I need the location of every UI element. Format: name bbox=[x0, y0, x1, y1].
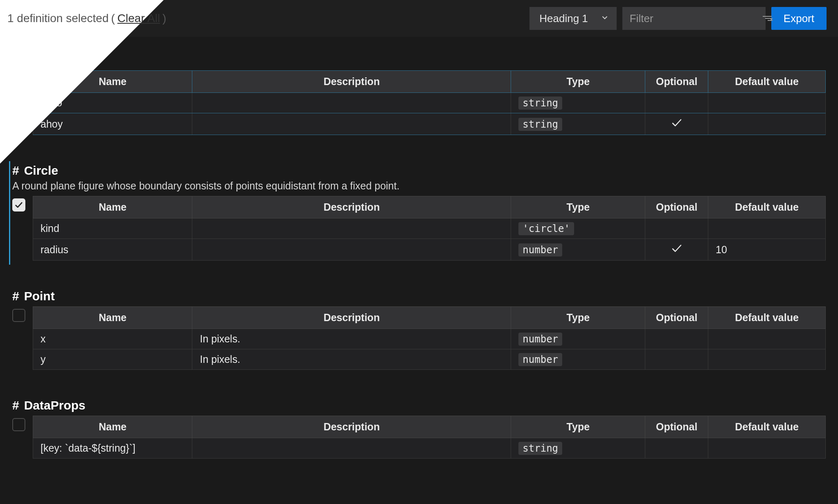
col-header-default: Default value bbox=[708, 196, 826, 218]
cell-description bbox=[192, 218, 511, 239]
cell-description bbox=[192, 239, 511, 261]
col-header-default: Default value bbox=[708, 71, 826, 93]
section-description: A round plane figure whose boundary cons… bbox=[12, 180, 826, 192]
clear-all-link[interactable]: Clear All bbox=[117, 12, 160, 25]
properties-table: NameDescriptionTypeOptionalDefault value… bbox=[33, 196, 826, 261]
section-heading: #Circle bbox=[12, 164, 826, 178]
col-header-description: Description bbox=[192, 307, 511, 329]
section-dataprops: #DataPropsNameDescriptionTypeOptionalDef… bbox=[12, 398, 826, 459]
properties-table: NameDescriptionTypeOptionalDefault value… bbox=[33, 70, 826, 135]
section-select-checkbox[interactable] bbox=[12, 418, 25, 431]
cell-optional bbox=[645, 329, 708, 349]
export-label: Export bbox=[784, 12, 814, 25]
table-row: kind'circle' bbox=[33, 218, 826, 239]
cell-name: ahoy bbox=[33, 113, 192, 135]
table-row: hellostring bbox=[33, 93, 826, 113]
section-greeting: #GreetingNameDescriptionTypeOptionalDefa… bbox=[12, 53, 826, 135]
cell-type: number bbox=[511, 239, 645, 261]
cell-name: kind bbox=[33, 218, 192, 239]
export-button[interactable]: Export bbox=[771, 7, 827, 30]
filter-box[interactable]: ✕ bbox=[622, 7, 766, 30]
table-row: [key: `data-${string}`]string bbox=[33, 438, 826, 459]
heading-level-label: Heading 1 bbox=[539, 12, 588, 25]
cell-default bbox=[708, 349, 826, 370]
chevron-down-icon bbox=[600, 12, 609, 25]
section-heading: #Point bbox=[12, 289, 826, 303]
section-select-checkbox[interactable] bbox=[12, 309, 25, 322]
section-body: NameDescriptionTypeOptionalDefault value… bbox=[12, 196, 826, 261]
col-header-optional: Optional bbox=[645, 71, 708, 93]
cell-name: [key: `data-${string}`] bbox=[33, 438, 192, 459]
cell-default bbox=[708, 218, 826, 239]
section-body: NameDescriptionTypeOptionalDefault value… bbox=[12, 70, 826, 135]
section-title: Point bbox=[24, 289, 55, 303]
cell-type: 'circle' bbox=[511, 218, 645, 239]
cell-default: 10 bbox=[708, 239, 826, 261]
table-row: yIn pixels.number bbox=[33, 349, 826, 370]
selection-status: 1 definition selected (Clear All) bbox=[7, 12, 166, 25]
cell-name: y bbox=[33, 349, 192, 370]
filter-clear-icon[interactable]: ✕ bbox=[763, 16, 772, 21]
section-select-checkbox[interactable] bbox=[12, 73, 25, 86]
col-header-optional: Optional bbox=[645, 307, 708, 329]
col-header-description: Description bbox=[192, 196, 511, 218]
cell-name: hello bbox=[33, 93, 192, 113]
col-header-name: Name bbox=[33, 307, 192, 329]
check-icon bbox=[653, 242, 701, 254]
col-header-type: Type bbox=[511, 307, 645, 329]
hash-icon: # bbox=[12, 398, 19, 412]
cell-default bbox=[708, 329, 826, 349]
section-circle: #CircleA round plane figure whose bounda… bbox=[12, 164, 826, 261]
col-header-optional: Optional bbox=[645, 416, 708, 438]
section-point: #PointNameDescriptionTypeOptionalDefault… bbox=[12, 289, 826, 370]
toolbar: 1 definition selected (Clear All) Headin… bbox=[0, 0, 838, 37]
col-header-name: Name bbox=[33, 416, 192, 438]
col-header-description: Description bbox=[192, 71, 511, 93]
cell-optional bbox=[645, 438, 708, 459]
paren-open: ( bbox=[111, 12, 115, 25]
table-row: xIn pixels.number bbox=[33, 329, 826, 349]
cell-default bbox=[708, 113, 826, 135]
col-header-default: Default value bbox=[708, 307, 826, 329]
section-body: NameDescriptionTypeOptionalDefault value… bbox=[12, 416, 826, 459]
hash-icon: # bbox=[12, 53, 19, 67]
col-header-type: Type bbox=[511, 71, 645, 93]
heading-level-select[interactable]: Heading 1 bbox=[529, 7, 617, 30]
cell-description: In pixels. bbox=[192, 329, 511, 349]
section-title: Circle bbox=[24, 164, 58, 178]
table-row: radiusnumber10 bbox=[33, 239, 826, 261]
cell-optional bbox=[645, 218, 708, 239]
properties-table: NameDescriptionTypeOptionalDefault value… bbox=[33, 306, 826, 370]
col-header-type: Type bbox=[511, 416, 645, 438]
col-header-optional: Optional bbox=[645, 196, 708, 218]
section-heading: #Greeting bbox=[12, 53, 826, 67]
cell-optional bbox=[645, 93, 708, 113]
selection-count-text: 1 definition selected bbox=[7, 12, 109, 25]
cell-type: number bbox=[511, 349, 645, 370]
col-header-name: Name bbox=[33, 71, 192, 93]
cell-description bbox=[192, 93, 511, 113]
cell-name: radius bbox=[33, 239, 192, 261]
section-select-checkbox[interactable] bbox=[12, 198, 25, 212]
filter-input[interactable] bbox=[630, 12, 763, 25]
col-header-type: Type bbox=[511, 196, 645, 218]
definitions-list: #GreetingNameDescriptionTypeOptionalDefa… bbox=[0, 37, 838, 504]
cell-type: number bbox=[511, 329, 645, 349]
cell-optional bbox=[645, 113, 708, 135]
col-header-default: Default value bbox=[708, 416, 826, 438]
cell-optional bbox=[645, 239, 708, 261]
properties-table: NameDescriptionTypeOptionalDefault value… bbox=[33, 416, 826, 459]
col-header-name: Name bbox=[33, 196, 192, 218]
toolbar-tools: Heading 1 ✕ Export bbox=[529, 7, 827, 30]
check-icon bbox=[653, 117, 701, 129]
cell-description: In pixels. bbox=[192, 349, 511, 370]
section-title: Greeting bbox=[24, 53, 74, 67]
col-header-description: Description bbox=[192, 416, 511, 438]
cell-name: x bbox=[33, 329, 192, 349]
section-body: NameDescriptionTypeOptionalDefault value… bbox=[12, 306, 826, 370]
section-heading: #DataProps bbox=[12, 398, 826, 412]
paren-close: ) bbox=[162, 12, 166, 25]
cell-type: string bbox=[511, 93, 645, 113]
cell-description bbox=[192, 438, 511, 459]
section-title: DataProps bbox=[24, 398, 86, 412]
